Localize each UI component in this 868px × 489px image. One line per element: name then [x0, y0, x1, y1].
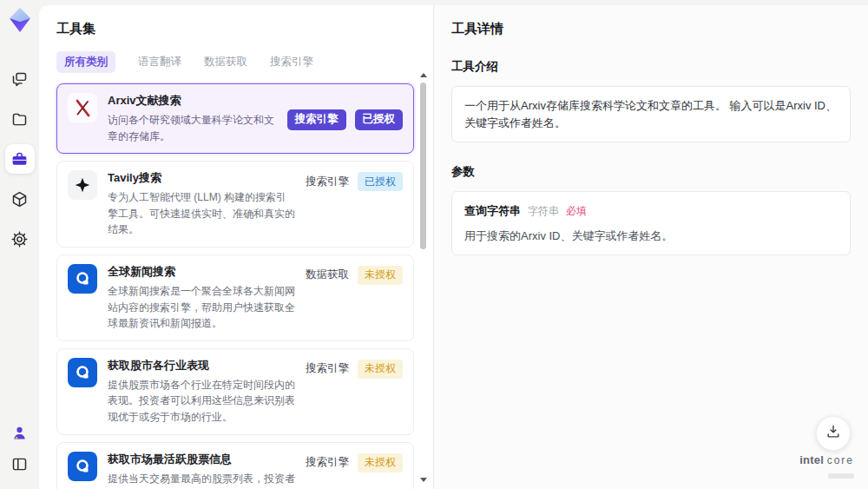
sidebar-item-packages[interactable] [5, 184, 35, 214]
tool-card-arxiv[interactable]: Arxiv文献搜索 访问各个研究领域大量科学论文和文章的存储库。 搜索引擎 已授… [56, 83, 414, 154]
status-badge: 未授权 [358, 360, 403, 379]
status-badge: 已授权 [358, 172, 403, 191]
chat-icon [10, 70, 29, 89]
param-required-badge: 必填 [566, 203, 587, 219]
page-title: 工具集 [56, 21, 414, 37]
tool-card-meta: 搜索引擎 已授权 [306, 172, 403, 191]
tool-card-tavily[interactable]: Tavily搜索 专为人工智能代理 (LLM) 构建的搜索引擎工具。可快速提供实… [56, 161, 414, 248]
news-q-icon [68, 264, 97, 294]
tool-card-body: Tavily搜索 专为人工智能代理 (LLM) 构建的搜索引擎工具。可快速提供实… [108, 170, 295, 238]
tool-card-meta: 数据获取 未授权 [306, 266, 403, 285]
status-badge: 已授权 [355, 109, 404, 130]
tab-translation[interactable]: 语言翻译 [138, 51, 181, 73]
intel-core-logo: intel core [799, 454, 854, 482]
brand-intel-text: intel [799, 453, 824, 466]
category-label: 搜索引擎 [306, 175, 349, 189]
tool-card-body: 全球新闻搜索 全球新闻搜索是一个聚合全球各大新闻网站内容的搜索引擎，帮助用户快速… [108, 264, 295, 332]
tab-all-categories[interactable]: 所有类别 [56, 51, 115, 73]
params-heading: 参数 [451, 164, 851, 180]
param-description: 用于搜索的Arxiv ID、关键字或作者姓名。 [464, 228, 838, 245]
tool-card-list: Arxiv文献搜索 访问各个研究领域大量科学论文和文章的存储库。 搜索引擎 已授… [56, 83, 414, 489]
tool-name: 获取市场最活跃股票信息 [108, 452, 295, 467]
sidebar-item-toolset[interactable] [5, 144, 35, 174]
list-scrollbar[interactable] [419, 73, 427, 482]
category-badge: 搜索引擎 [287, 109, 346, 130]
category-label: 数据获取 [306, 268, 349, 282]
app-window: 工具集 所有类别 语言翻译 数据获取 搜索引擎 A [0, 0, 868, 489]
scrollbar-thumb[interactable] [420, 83, 426, 249]
tool-description: 全球新闻搜索是一个聚合全球各大新闻网站内容的搜索引擎，帮助用户快速获取全球最新资… [108, 283, 295, 332]
tool-card-global-news[interactable]: 全球新闻搜索 全球新闻搜索是一个聚合全球各大新闻网站内容的搜索引擎，帮助用户快速… [56, 254, 414, 341]
app-logo [9, 7, 31, 36]
scroll-down-arrow[interactable] [420, 478, 427, 482]
sidebar-item-settings[interactable] [5, 224, 35, 254]
folder-icon [10, 110, 29, 129]
tool-description: 提供股票市场各个行业在特定时间段内的表现。投资者可以利用这些信息来识别表现优于或… [108, 377, 295, 426]
gear-icon [10, 230, 29, 248]
sidebar-item-chat[interactable] [5, 64, 35, 94]
category-label: 搜索引擎 [306, 361, 349, 376]
panel-toggle-icon [10, 455, 29, 473]
tool-card-meta: 搜索引擎 已授权 [287, 109, 404, 130]
tool-card-body: Arxiv文献搜索 访问各个研究领域大量科学论文和文章的存储库。 [108, 93, 277, 144]
param-type: 字符串 [528, 203, 559, 219]
brand-sub-mark [828, 473, 854, 479]
arxiv-icon [68, 93, 97, 122]
toolbox-icon [10, 150, 29, 169]
scroll-up-arrow[interactable] [420, 73, 427, 77]
tool-list-panel: 工具集 所有类别 语言翻译 数据获取 搜索引擎 A [39, 5, 434, 489]
param-header: 查询字符串 字符串 必填 [464, 202, 838, 220]
tool-card-meta: 搜索引擎 未授权 [306, 360, 403, 379]
tool-name: Tavily搜索 [108, 170, 295, 186]
tab-data-fetch[interactable]: 数据获取 [204, 51, 247, 73]
news-q-icon [68, 358, 97, 387]
tool-detail-panel: 工具详情 工具介绍 一个用于从Arxiv存储库搜索科学论文和文章的工具。 输入可… [434, 5, 868, 489]
param-box: 查询字符串 字符串 必填 用于搜索的Arxiv ID、关键字或作者姓名。 [451, 191, 851, 255]
sidebar-item-account[interactable] [5, 418, 35, 447]
category-tabs: 所有类别 语言翻译 数据获取 搜索引擎 [56, 51, 414, 73]
tavily-star-icon [68, 170, 97, 200]
tool-card-sector-performance[interactable]: 获取股市各行业表现 提供股票市场各个行业在特定时间段内的表现。投资者可以利用这些… [56, 348, 414, 435]
tool-card-active-stocks[interactable]: 获取市场最活跃股票信息 提供当天交易量最高的股票列表，投资者可以利用这些信息来识… [56, 442, 414, 489]
intro-heading: 工具介绍 [451, 59, 851, 75]
tool-name: Arxiv文献搜索 [108, 93, 277, 109]
tool-description: 专为人工智能代理 (LLM) 构建的搜索引擎工具。可快速提供实时、准确和真实的结… [108, 189, 295, 238]
status-badge: 未授权 [358, 266, 403, 285]
tool-name: 获取股市各行业表现 [108, 358, 295, 373]
download-button[interactable] [816, 416, 851, 451]
tool-card-meta: 搜索引擎 未授权 [306, 453, 403, 472]
param-name: 查询字符串 [464, 202, 521, 220]
tool-name: 全球新闻搜索 [108, 264, 295, 280]
category-label: 搜索引擎 [306, 455, 349, 470]
detail-title: 工具详情 [451, 21, 851, 37]
main-content: 工具集 所有类别 语言翻译 数据获取 搜索引擎 A [39, 5, 868, 489]
avatar-icon [10, 424, 29, 442]
intro-box: 一个用于从Arxiv存储库搜索科学论文和文章的工具。 输入可以是Arxiv ID… [451, 86, 851, 142]
brand-core-text: core [827, 454, 854, 466]
news-q-icon [68, 452, 97, 481]
download-icon [825, 423, 842, 444]
sidebar-item-collapse[interactable] [5, 449, 35, 479]
tool-description: 访问各个研究领域大量科学论文和文章的存储库。 [108, 112, 277, 144]
tool-card-body: 获取股市各行业表现 提供股票市场各个行业在特定时间段内的表现。投资者可以利用这些… [108, 358, 295, 426]
status-badge: 未授权 [358, 453, 403, 472]
cube-icon [10, 190, 29, 208]
sidebar-item-files[interactable] [5, 104, 35, 134]
tool-card-body: 获取市场最活跃股票信息 提供当天交易量最高的股票列表，投资者可以利用这些信息来识… [108, 452, 295, 489]
tab-search-engine[interactable]: 搜索引擎 [270, 51, 313, 73]
sidebar [0, 0, 39, 489]
tool-description: 提供当天交易量最高的股票列表，投资者可以利用这些信息来识别流动性强的股票和潜在的… [108, 471, 295, 489]
